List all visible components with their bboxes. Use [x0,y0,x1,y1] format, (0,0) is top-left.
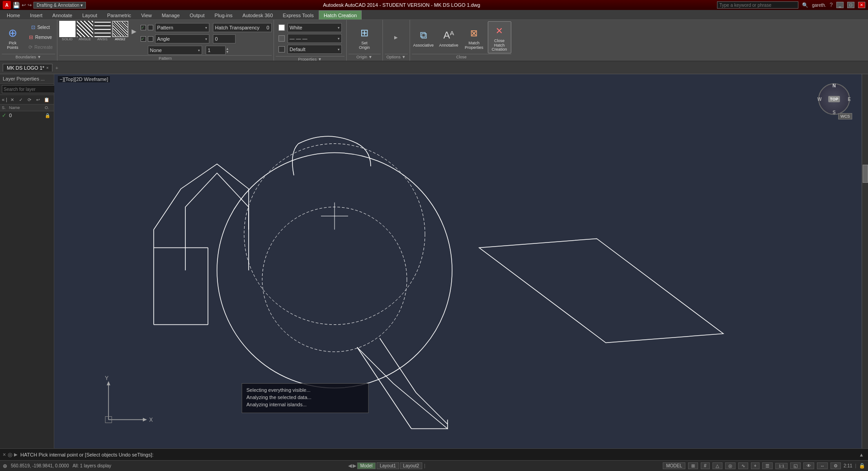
pattern-dropdown[interactable]: Pattern ▾ [155,23,209,32]
tab-express[interactable]: Express Tools [278,10,319,19]
layer-settings-btn[interactable]: ↩ [34,96,42,103]
close-button[interactable]: ✕ [858,2,865,8]
hatch-transparency-dropdown[interactable]: Hatch Transparency 0 [213,23,272,32]
status-trans-btn[interactable]: ◱ [790,462,801,469]
status-otrack-btn[interactable]: + [751,462,760,469]
status-polar-btn[interactable]: ◎ [725,462,736,469]
angle-checkbox[interactable]: ✓ [141,36,146,42]
swatch-solid[interactable] [59,21,75,37]
pattern-checkbox[interactable]: ✓ [141,25,146,30]
status-grid-btn[interactable]: ⊞ [688,462,698,469]
document-tab[interactable]: MK DS LOGO 1* × [3,64,52,71]
new-tab-button[interactable]: + [55,65,58,71]
swatch-angle-label: ANGLE [79,37,91,41]
origin-label[interactable]: Origin ▼ [349,54,381,60]
tab-manage[interactable]: Manage [157,10,185,19]
remove-label: Remove [35,35,52,40]
tab-plugins[interactable]: Plug-ins [210,10,238,19]
swatch-ansi2[interactable] [112,21,128,37]
tab-output[interactable]: Output [185,10,210,19]
layout2-tab[interactable]: Layout2 [400,462,423,469]
scale-input[interactable] [206,46,226,55]
scale-up[interactable]: ▲ [226,47,229,50]
layout-next-prev[interactable]: ▶ [353,463,356,469]
set-origin-button[interactable]: ⊞ SetOrigin [353,24,376,52]
layer-refresh-btn[interactable]: ⟳ [26,96,33,103]
tab-view[interactable]: View [136,10,157,19]
tab-layout[interactable]: Layout [77,10,102,19]
close-hatch-button[interactable]: ✕ Close Hatch Creation [488,21,511,54]
tab-hatch-creation[interactable]: Hatch Creation [319,10,362,19]
annotative-button[interactable]: Aᴬ Annotative [437,26,461,49]
status-snap-btn[interactable]: # [701,462,710,469]
status-selection-btn[interactable]: ↔ [817,462,828,469]
none-dropdown[interactable]: None ▾ [148,46,202,55]
search-icon[interactable]: 🔍 [802,2,808,8]
command-target-icon[interactable]: ◎ [8,452,12,458]
vertical-scrollbar[interactable] [862,74,868,448]
match-properties-button[interactable]: ⊠ Match Properties [462,24,486,52]
layer-collapse-icon[interactable]: « [2,97,5,102]
tab-autodesk360[interactable]: Autodesk 360 [237,10,278,19]
tab-annotate[interactable]: Annotate [47,10,77,19]
tab-close-button[interactable]: × [46,66,48,70]
command-close-icon[interactable]: × [3,452,6,458]
status-lineweight-btn[interactable]: 1:1 [775,463,788,469]
options-expand[interactable]: ▶ [394,35,398,40]
associative-button[interactable]: ⧉ Associative [412,26,435,49]
boundaries-label[interactable]: Boundaries ▼ [2,54,55,60]
angle-dropdown[interactable]: Angle ▾ [155,34,209,43]
help-icon[interactable]: ? [830,2,833,8]
properties-label[interactable]: Properties ▼ [276,56,344,62]
layout-prev[interactable]: ◀ [348,463,352,469]
layer-copy-btn[interactable]: 📋 [43,96,50,103]
color-dropdown[interactable]: White ▾ [288,23,342,32]
linetype-dropdown[interactable]: — — — ▾ [288,34,342,43]
pattern-check2[interactable] [148,25,153,30]
layer-search-input[interactable] [2,85,63,93]
pattern-scroll-arrow[interactable]: ▶ [130,28,139,35]
swatch-ansi2-container: ANSI2 [112,21,128,41]
status-anno-btn[interactable]: ⚙ [830,462,841,469]
maximize-button[interactable]: □ [847,2,854,8]
quick-access-save[interactable]: 💾 [13,2,20,9]
swatch-ansi1[interactable] [94,21,111,37]
options-content: ▶ [385,21,408,54]
quick-access-redo[interactable]: ↪ [28,2,32,8]
linetype-swatch [278,35,285,42]
layer-check-btn[interactable]: ✓ [17,96,24,103]
status-qp-btn[interactable]: 👁 [803,462,814,469]
tab-insert[interactable]: Insert [25,10,47,19]
command-input[interactable] [20,452,856,457]
command-scroll-btn[interactable]: ▲ [859,452,865,457]
tab-parametric[interactable]: Parametric [102,10,136,19]
origin-content: ⊞ SetOrigin [349,21,381,54]
minimize-button[interactable]: _ [836,2,844,8]
search-box[interactable] [717,1,798,9]
compass-center[interactable]: TOP [828,96,840,102]
pick-points-button[interactable]: ⊕ Pick Points [2,24,24,52]
status-model-btn[interactable]: MODEL [663,462,685,469]
status-osnap-btn[interactable]: ∿ [738,462,748,469]
swatch-angle[interactable] [77,21,93,37]
layer-delete-btn[interactable]: ✕ [9,96,16,103]
quick-access-undo[interactable]: ↩ [22,2,26,8]
tab-home[interactable]: Home [2,10,25,19]
scroll-thumb[interactable] [863,165,868,183]
remove-button[interactable]: ⊟ Remove [24,33,55,42]
angle-input[interactable] [213,34,236,43]
status-ortho-btn[interactable]: △ [712,462,722,469]
layout1-tab[interactable]: Layout1 [377,462,399,469]
lineweight-dropdown[interactable]: Default ▾ [288,45,342,54]
options-label[interactable]: Options ▼ [385,54,408,60]
origin-group: ⊞ SetOrigin Origin ▼ [347,20,383,61]
layer-row-0[interactable]: ✓ 0 🔒 [0,111,54,119]
status-lock[interactable]: 🔒 [859,463,865,469]
model-tab[interactable]: Model [357,462,376,469]
workspace-dropdown[interactable]: Drafting & Annotation ▾ [33,2,86,9]
status-ducs-btn[interactable]: ☰ [762,462,773,469]
scale-down[interactable]: ▼ [226,50,229,53]
select-button[interactable]: ⊡ Select [24,23,55,32]
angle-check2[interactable] [148,36,153,42]
recreate-button[interactable]: ⟳ Recreate [24,43,55,52]
